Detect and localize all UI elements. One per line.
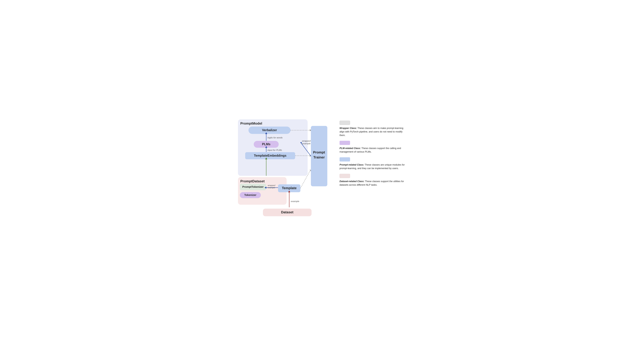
legend-item-wrapper: Wrapper Class: These classes aim to make… — [340, 121, 408, 137]
legend-item-plm: PLM-related Class: These classes support… — [340, 141, 408, 154]
template-label: Template — [282, 186, 296, 190]
legend-swatch-dataset — [340, 174, 350, 178]
wrapped-example-label: wrapped — [268, 184, 275, 186]
diagram-svg: PromptModel Verbalizer logits for words … — [237, 118, 329, 220]
legend-swatch-prompt — [340, 157, 350, 161]
legend-swatch-wrapper — [340, 121, 350, 125]
legend-text-prompt: Prompt-related Class: These classes are … — [340, 163, 408, 170]
svg-text:example: example — [302, 142, 310, 145]
prompt-dataset-title: PromptDataset — [240, 179, 265, 183]
legend-area: Wrapper Class: These classes aim to make… — [340, 118, 408, 187]
legend-text-dataset: Dataset-related Class: These classes sup… — [340, 180, 408, 187]
example-label: example — [291, 200, 299, 203]
legend-text-wrapper: Wrapper Class: These classes aim to make… — [340, 126, 408, 137]
legend-item-prompt: Prompt-related Class: These classes are … — [340, 157, 408, 170]
input-plms-label: input for PLMs — [268, 149, 282, 151]
logits-label: logits for words — [268, 136, 283, 139]
wrapped-example-right-label: wrapped — [302, 140, 311, 142]
plms-label: PLMs — [262, 142, 270, 146]
legend-swatch-plm — [340, 141, 350, 145]
legend-item-dataset: Dataset-related Class: These classes sup… — [340, 174, 408, 187]
template-embeddings-label: TemplateEmbeddings — [254, 154, 286, 157]
prompt-trainer-label2: Trainer — [313, 155, 325, 159]
verbalizer-label: Verbalizer — [262, 128, 277, 132]
main-container: PromptModel Verbalizer logits for words … — [237, 118, 408, 221]
dataset-label: Dataset — [281, 210, 294, 214]
svg-text:example: example — [268, 186, 275, 189]
tokenizer-label: Tokenizer — [244, 194, 256, 196]
diagram-area: PromptModel Verbalizer logits for words … — [237, 118, 332, 221]
legend-text-plm: PLM-related Class: These classes support… — [340, 147, 408, 154]
prompt-model-title: PromptModel — [240, 121, 262, 125]
prompt-trainer-label: Prompt — [313, 150, 325, 154]
prompt-tokenizer-label: PromptTokenizer — [242, 185, 264, 188]
